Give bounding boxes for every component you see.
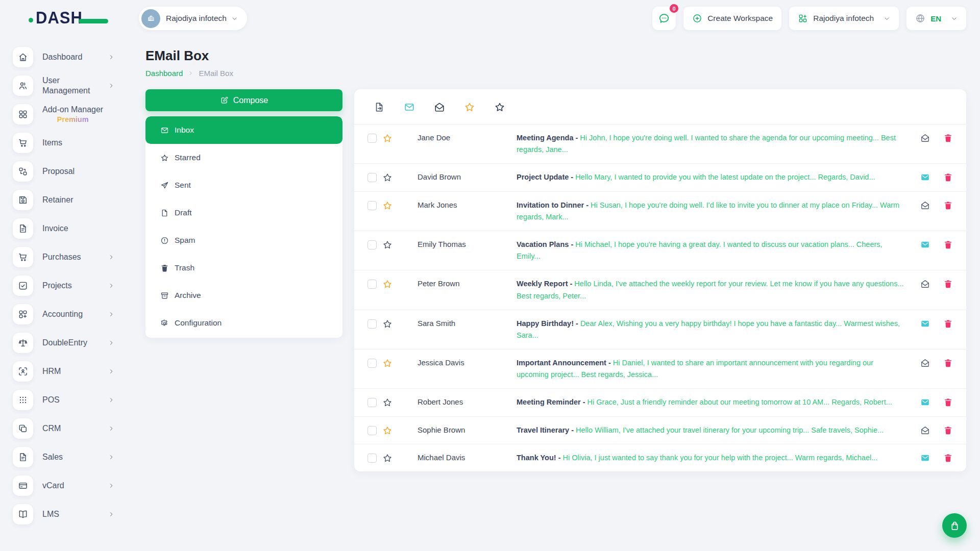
toolbar-icon[interactable] (494, 102, 505, 113)
sidebar-item-premium-badge: Premium (42, 115, 103, 124)
star-outline-icon[interactable] (382, 240, 393, 250)
company-selector[interactable]: Rajodiya infotech (789, 7, 899, 30)
workspace-selector[interactable]: Rajodiya infotech (139, 7, 247, 30)
compose-button[interactable]: Compose (145, 89, 342, 111)
email-row[interactable]: Robert Jones Meeting Reminder - Hi Grace… (354, 388, 966, 416)
row-checkbox[interactable] (368, 280, 377, 289)
email-sender: Michael Davis (418, 452, 492, 462)
email-row[interactable]: Michael Davis Thank You! - Hi Olivia, I … (354, 444, 966, 471)
trash-icon[interactable] (943, 358, 953, 368)
sidebar-item[interactable]: LMS (0, 500, 133, 529)
email-row[interactable]: Mark Jones Invitation to Dinner - Hi Sus… (354, 191, 966, 231)
star-outline-icon[interactable] (382, 453, 393, 463)
sidebar-item[interactable]: Retainer (0, 186, 133, 214)
file-blank-icon (160, 209, 169, 217)
sidebar-item[interactable]: Proposal (0, 157, 133, 186)
sidebar-item[interactable]: Accounting (0, 300, 133, 329)
trash-icon[interactable] (943, 425, 953, 435)
messages-button[interactable]: 0 (652, 7, 676, 30)
folder-label: Configuration (175, 318, 222, 328)
sidebar-item[interactable]: Invoice (0, 214, 133, 243)
mail-read-icon[interactable] (920, 201, 930, 210)
sidebar-item[interactable]: Dashboard (0, 43, 133, 71)
sidebar-item[interactable]: Projects (0, 271, 133, 300)
star-outline-icon[interactable] (382, 172, 393, 183)
folder-item[interactable]: Inbox (145, 116, 342, 144)
star-outline-icon[interactable] (382, 319, 393, 329)
mail-unread-icon[interactable] (920, 319, 930, 329)
star-filled-icon[interactable] (382, 201, 393, 211)
sidebar-item[interactable]: User Management (0, 71, 133, 100)
trash-icon[interactable] (943, 133, 953, 143)
sidebar-item[interactable]: HRM (0, 357, 133, 386)
trash-icon[interactable] (943, 172, 953, 182)
row-checkbox[interactable] (368, 398, 377, 407)
mail-unread-icon[interactable] (920, 172, 930, 182)
folder-item[interactable]: Starred (145, 144, 342, 171)
sidebar-item-label: CRM (42, 424, 61, 433)
row-checkbox[interactable] (368, 454, 377, 463)
row-checkbox[interactable] (368, 426, 377, 435)
email-row[interactable]: David Brown Project Update - Hello Mary,… (354, 163, 966, 191)
folder-item[interactable]: Sent (145, 171, 342, 199)
chevron-right-icon (108, 483, 114, 489)
trash-icon[interactable] (943, 279, 953, 289)
toolbar-icon[interactable] (464, 102, 475, 113)
sidebar-item[interactable]: Add-on Manager Premium (0, 100, 133, 129)
email-sender: Robert Jones (418, 396, 492, 406)
email-row[interactable]: Emily Thomas Vacation Plans - Hi Michael… (354, 231, 966, 270)
row-checkbox[interactable] (368, 359, 377, 368)
folder-item[interactable]: Draft (145, 199, 342, 227)
star-filled-icon[interactable] (382, 358, 393, 368)
sidebar-item[interactable]: vCard (0, 471, 133, 500)
email-row[interactable]: Jane Doe Meeting Agenda - Hi John, I hop… (354, 124, 966, 163)
trash-icon[interactable] (943, 319, 953, 329)
sidebar-item[interactable]: POS (0, 386, 133, 414)
mail-unread-icon[interactable] (920, 240, 930, 249)
folder-item[interactable]: Archive (145, 282, 342, 309)
star-filled-icon[interactable] (382, 425, 393, 436)
row-checkbox[interactable] (368, 201, 377, 210)
row-checkbox[interactable] (368, 319, 377, 329)
home-icon (18, 52, 28, 62)
sidebar-item[interactable]: Items (0, 129, 133, 157)
star-outline-icon[interactable] (382, 397, 393, 408)
breadcrumb-dashboard-link[interactable]: Dashboard (145, 69, 183, 78)
star-filled-icon[interactable] (382, 133, 393, 143)
mail-unread-icon[interactable] (920, 453, 930, 463)
toolbar-icon[interactable] (374, 102, 385, 113)
create-workspace-label: Create Workspace (707, 14, 773, 23)
row-checkbox[interactable] (368, 173, 377, 182)
trash-icon[interactable] (943, 201, 953, 210)
sidebar-item[interactable]: Purchases (0, 243, 133, 271)
folder-item[interactable]: Spam (145, 227, 342, 254)
mail-read-icon[interactable] (920, 425, 930, 435)
folder-item[interactable]: Configuration (145, 309, 342, 337)
mail-unread-icon[interactable] (920, 397, 930, 407)
sidebar-item[interactable]: DoubleEntry (0, 329, 133, 357)
folder-item[interactable]: Trash (145, 254, 342, 282)
toolbar-icon[interactable] (404, 102, 415, 113)
sidebar-item[interactable]: Sales (0, 443, 133, 471)
create-workspace-button[interactable]: Create Workspace (683, 7, 781, 30)
star-filled-icon[interactable] (382, 279, 393, 289)
mail-read-icon[interactable] (920, 279, 930, 289)
brand-logo[interactable]: DASH (36, 9, 112, 28)
mail-read-icon[interactable] (920, 358, 930, 368)
email-row[interactable]: Jessica Davis Important Announcement - H… (354, 349, 966, 388)
email-row[interactable]: Peter Brown Weekly Report - Hello Linda,… (354, 270, 966, 309)
mail-read-icon[interactable] (920, 133, 930, 143)
language-selector[interactable]: EN (906, 7, 966, 30)
row-checkbox[interactable] (368, 240, 377, 249)
email-row[interactable]: Sara Smith Happy Birthday! - Dear Alex, … (354, 310, 966, 349)
row-checkbox[interactable] (368, 134, 377, 143)
trash-icon[interactable] (943, 397, 953, 407)
sidebar-item[interactable]: CRM (0, 414, 133, 443)
trash-icon[interactable] (943, 453, 953, 463)
toolbar-icon[interactable] (434, 102, 445, 113)
email-sender: Jane Doe (418, 132, 492, 142)
email-row[interactable]: Sophie Brown Travel Itinerary - Hello Wi… (354, 416, 966, 444)
folder-label: Starred (175, 153, 201, 162)
addon-store-button[interactable] (942, 513, 967, 538)
trash-icon[interactable] (943, 240, 953, 249)
